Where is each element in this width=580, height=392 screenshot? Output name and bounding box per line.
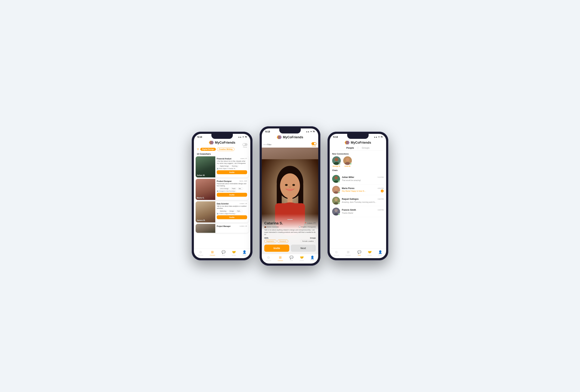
p1-header: MyCoFriends Focus [194,139,250,147]
nav-chat-1[interactable]: 💬 Chat [222,250,226,256]
coworker-title-2: Data Scientist [217,203,229,205]
tag-digital-design-1[interactable]: Digital Design [200,148,216,151]
nav-profile-1[interactable]: 👤 Profile [242,250,246,256]
bottom-nav-3: ⊙ Discover ⊞ Connect 💬 Chat 🤝 Invites 👤 [330,249,386,258]
nav-chat-3[interactable]: 💬 Chat [357,250,361,256]
profile-lang-item: 💬 English, Portuguese [299,226,316,228]
coworker-clubs-2: 🏢 Coders League Running I... [217,213,247,214]
profile-meta-row: 💼 Senior Associate 💬 English, Portuguese [264,226,316,228]
profile-label-1: Profile [242,255,246,256]
chat-item-0[interactable]: Julian Miller 5:13 PM That would be amaz… [331,173,384,184]
skills-label: Skills [264,237,269,239]
chat-item-3[interactable]: Francis Simth 3:28 PM Thanks Marta! [331,206,384,217]
coworker-card-1: Maria G. Product Designer Berlin, GER Pa… [196,179,249,200]
app-logo-3: MyCoFriends [345,140,371,145]
chat-online-3 [338,214,340,215]
coworker-tag-2-2: Pyth... [236,210,243,212]
invite-btn-1[interactable]: Invite [217,193,247,197]
focus-toggle-2[interactable]: Focus [311,142,316,147]
online-dot-1 [350,163,352,165]
coworker-location-2: London, UK [240,203,247,204]
invite-btn-large[interactable]: Invite [264,245,289,252]
invites-icon-3: 🤝 [368,250,372,254]
connect-label-3: Connect [346,255,351,256]
coworker-title-1: Product Designer [217,180,232,182]
filter-button-2[interactable]: + + Filter [264,143,272,146]
logo-icon-2 [277,135,282,140]
chat-avatar-wrap-3 [332,208,340,216]
nav-connect-3[interactable]: ⊞ Connect [346,250,351,256]
phone-2: 5:13 ▲▲ ▼ 76 MyCoFriends [260,126,320,266]
tab-groups[interactable]: Groups [358,146,373,149]
toggle-track-1 [243,143,248,146]
app-logo-2: MyCoFriends [277,135,303,140]
nav-profile-3[interactable]: 👤 Profile [378,250,382,256]
connection-1[interactable]: Anna M. [343,156,352,167]
coworker-bio-0: A fun fact about me is that, despite wha… [217,160,247,164]
nav-connect-1[interactable]: ⊞ Connect [210,250,215,256]
nav-invites-1[interactable]: 🤝 Invites [232,250,236,256]
coworker-info-0: Financial Analyst Lisbon, PT A fun fact … [215,156,249,177]
chat-item-1[interactable]: Maria Flores 4:52 PM Hey Marta! Happy to… [331,184,384,195]
coworker-card-0: Julian M. Financial Analyst Lisbon, PT A… [196,156,249,177]
tag-creative-writing-1[interactable]: Creative Writing [217,147,235,151]
nav-invites-2[interactable]: 🤝 Invites [300,256,304,261]
coworker-tags-0: ♡ Digital Design Running [217,165,247,167]
chat-time-3: 3:28 PM [378,209,384,211]
svg-point-26 [334,176,338,179]
profile-skills-tags: Negotiation Research Female Leaders [264,240,316,243]
chat-time-2: 3:40 PM [378,198,384,200]
connection-0[interactable]: George N. [332,156,341,167]
nav-discover-2[interactable]: ⊙ Discover [266,256,271,261]
invites-icon-1: 🤝 [232,250,236,254]
skill-tag-0: Negotiation [264,240,277,243]
chat-name-3: Francis Simth [342,209,356,211]
chat-item-2[interactable]: Raquel Gallegos 3:40 PM Amazing, does Th… [331,195,384,206]
focus-label-2: Focus [312,145,316,147]
focus-toggle-1[interactable]: Focus [243,143,248,148]
tab-people[interactable]: People [343,146,358,149]
coworker-tag-1-0: UX/UI Design [219,187,230,190]
coworker-tag-0-1: Running [231,165,239,167]
invite-btn-2[interactable]: Invite [217,215,247,219]
profile-name: Catarina S. [264,221,283,225]
notch-1 [211,134,233,139]
chat-avatar-wrap-2 [332,197,340,205]
profile-icon-2: 👤 [310,256,314,260]
next-btn-large[interactable]: Next [291,245,316,252]
profile-action-btns: Invite Next [264,245,316,252]
p3-tabs: People | Groups [332,146,383,151]
coworker-name-overlay-2: James B. [197,219,205,221]
coworker-photo-2: James B. [196,201,215,222]
coworker-title-row-2: Data Scientist London, UK [217,203,247,205]
profile-title-item: 💼 Senior Associate [264,226,279,228]
nav-profile-2[interactable]: 👤 Profile [310,256,314,261]
heart-icon-2: ♡ [217,210,218,212]
chat-name-1: Maria Flores [342,187,354,190]
coworker-location-1: Berlin, GER [240,180,247,182]
connect-label-1: Connect [210,255,215,256]
nav-chat-2[interactable]: 💬 Chat [290,256,293,261]
nav-invites-3[interactable]: 🤝 Invites [368,250,372,256]
nav-discover-3[interactable]: ⊙ Discover [334,250,339,256]
svg-rect-14 [288,197,292,203]
invite-btn-0[interactable]: Invite [217,170,247,174]
toggle-track-2 [311,142,316,145]
coworker-title-0: Financial Analyst [217,158,231,160]
nav-connect-2[interactable]: ⊞ Connect [278,256,283,261]
heart-icon-0: ♡ [217,165,218,167]
skill-tag-1: Research [278,240,289,243]
status-time-3: 5:13 [333,135,338,138]
filter-tags-1: Digital Design Creative Writing [194,147,250,152]
online-dot-0 [339,163,341,165]
coworker-photo-0: Julian M. [196,156,215,177]
chat-info-3: Francis Simth 3:28 PM Thanks Marta! [342,209,384,214]
coworker-location-0: Lisbon, PT [240,158,247,159]
app-name-2: MyCoFriends [283,135,303,139]
chat-label-2: Chat [290,260,293,261]
nav-discover-1[interactable]: ⊙ Discover [198,250,203,256]
status-icons-3: ▲▲ ▼ 76 [374,136,383,138]
svg-point-13 [292,184,295,186]
chat-info-2: Raquel Gallegos 3:40 PM Amazing, does Th… [342,198,384,204]
chat-label-3: Chat [358,255,361,256]
